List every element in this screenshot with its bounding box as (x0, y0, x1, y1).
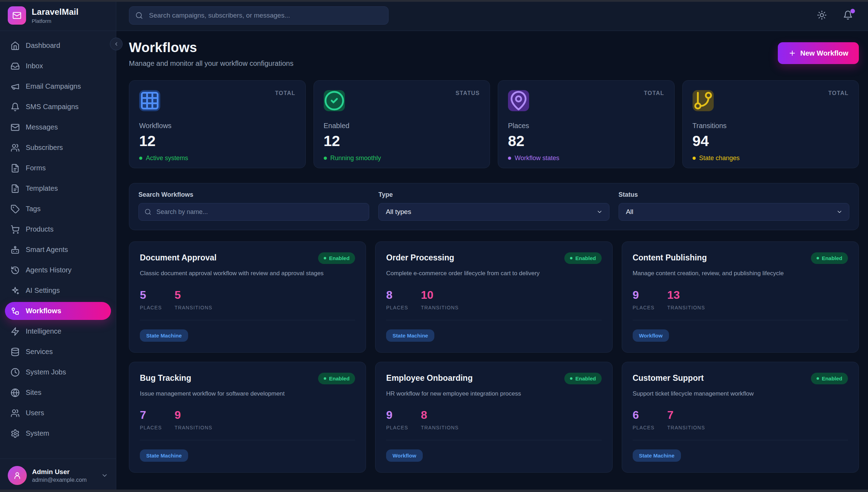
sidebar-item-users[interactable]: Users (5, 404, 111, 422)
page-header: Workflows Manage and monitor all your wo… (129, 40, 859, 68)
sidebar-item-products[interactable]: Products (5, 220, 111, 238)
sun-icon (817, 10, 827, 20)
sidebar-item-system[interactable]: System (5, 424, 111, 442)
user-menu[interactable]: Admin User admin@example.com (0, 459, 116, 492)
brand-logo (8, 6, 26, 25)
transitions-stat: 9TRANSITIONS (174, 409, 212, 430)
sidebar-item-workflows[interactable]: Workflows (5, 302, 111, 320)
globe-icon (11, 388, 20, 397)
workflow-search-input[interactable] (138, 203, 369, 221)
sidebar-item-ai-settings[interactable]: AI Settings (5, 282, 111, 299)
settings-icon (11, 429, 20, 438)
workflow-stats: 7PLACES9TRANSITIONS (140, 409, 355, 430)
sidebar-item-services[interactable]: Services (5, 343, 111, 361)
sidebar-item-tags[interactable]: Tags (5, 200, 111, 218)
places-label: PLACES (140, 425, 162, 430)
places-stat: 8PLACES (386, 289, 408, 310)
sidebar-item-intelligence[interactable]: Intelligence (5, 322, 111, 340)
mail-icon (11, 123, 20, 132)
workflow-title: Bug Tracking (140, 373, 191, 383)
workflow-card-employee-onboarding[interactable]: Employee OnboardingEnabledHR workflow fo… (375, 362, 612, 473)
sidebar-item-label: Smart Agents (26, 246, 68, 254)
workflow-card-header: Document ApprovalEnabled (140, 252, 355, 264)
workflow-card-header: Order ProcessingEnabled (386, 252, 601, 264)
chevron-left-icon (113, 41, 119, 47)
workflow-title: Document Approval (140, 252, 217, 263)
stat-value: 94 (693, 133, 849, 150)
gitBranch-icon (693, 90, 714, 111)
sidebar-item-forms[interactable]: Forms (5, 159, 111, 177)
workflow-icon (11, 307, 20, 316)
sidebar-collapse-button[interactable] (110, 38, 123, 50)
status-dot-icon (324, 157, 327, 160)
workflow-card-document-approval[interactable]: Document ApprovalEnabledClassic document… (129, 241, 366, 353)
main-area: Workflows Manage and monitor all your wo… (116, 0, 868, 492)
status-badge-label: Enabled (575, 376, 596, 381)
stat-card-enabled: STATUSEnabled12Running smoothly (314, 80, 490, 168)
places-label: PLACES (386, 305, 408, 310)
sidebar-item-messages[interactable]: Messages (5, 118, 111, 136)
workflow-card-header: Content PublishingEnabled (633, 252, 848, 264)
workflow-card-content-publishing[interactable]: Content PublishingEnabledManage content … (622, 241, 859, 353)
workflow-card-bug-tracking[interactable]: Bug TrackingEnabledIssue management work… (129, 362, 366, 473)
sidebar-item-label: Services (26, 348, 53, 356)
sidebar-item-sms-campaigns[interactable]: SMS Campaigns (5, 98, 111, 116)
brand-subtitle: Platform (32, 18, 79, 24)
file-icon (11, 184, 20, 193)
notifications-button[interactable] (843, 10, 853, 21)
sidebar-item-label: System Jobs (26, 368, 66, 376)
transitions-label: TRANSITIONS (667, 305, 705, 310)
transitions-stat: 7TRANSITIONS (667, 409, 705, 430)
status-badge: Enabled (811, 373, 848, 384)
status-dot-icon (817, 257, 819, 259)
sidebar-item-subscribers[interactable]: Subscribers (5, 139, 111, 157)
sidebar-item-label: Workflows (26, 307, 61, 315)
workflow-card-header: Employee OnboardingEnabled (386, 373, 601, 384)
megaphone-icon (11, 82, 20, 91)
sidebar-item-label: Forms (26, 164, 46, 172)
sidebar-item-dashboard[interactable]: Dashboard (5, 37, 111, 55)
sidebar-item-templates[interactable]: Templates (5, 179, 111, 197)
transitions-value: 5 (174, 289, 212, 302)
stat-status-text: State changes (699, 154, 740, 162)
global-search-input[interactable] (129, 6, 389, 25)
type-select[interactable]: All types (378, 203, 609, 221)
new-workflow-button[interactable]: New Workflow (778, 42, 859, 64)
stat-card-top: TOTAL (508, 90, 664, 111)
workflow-card-order-processing[interactable]: Order ProcessingEnabledComplete e-commer… (375, 241, 612, 353)
stat-status: Active systems (139, 154, 296, 162)
status-dot-icon (324, 377, 326, 380)
sidebar-item-label: Sites (26, 389, 41, 397)
stat-label: Enabled (324, 122, 480, 130)
bell-icon (11, 102, 20, 112)
workflow-card-header: Customer SupportEnabled (633, 373, 848, 384)
status-badge: Enabled (318, 373, 355, 384)
stat-status-text: Active systems (146, 154, 188, 162)
sidebar-item-smart-agents[interactable]: Smart Agents (5, 241, 111, 259)
status-badge: Enabled (564, 252, 601, 264)
sidebar-item-system-jobs[interactable]: System Jobs (5, 363, 111, 381)
topbar-actions (817, 10, 853, 21)
status-badge-label: Enabled (329, 255, 349, 261)
workflow-description: HR workflow for new employee integration… (386, 390, 601, 398)
status-select[interactable]: All (619, 203, 849, 221)
workflow-stats: 8PLACES10TRANSITIONS (386, 289, 601, 310)
transitions-value: 8 (421, 409, 459, 422)
search-icon (144, 208, 151, 215)
sidebar-item-inbox[interactable]: Inbox (5, 57, 111, 75)
status-badge-label: Enabled (822, 255, 842, 261)
stat-card-transitions: TOTALTransitions94State changes (682, 80, 859, 168)
places-value: 8 (386, 289, 408, 302)
page-subtitle: Manage and monitor all your workflow con… (129, 59, 293, 68)
sidebar: LaravelMail Platform DashboardInboxEmail… (0, 0, 116, 492)
sidebar-item-sites[interactable]: Sites (5, 384, 111, 402)
workflow-card-header: Bug TrackingEnabled (140, 373, 355, 384)
workflow-title: Order Processing (386, 252, 454, 263)
global-search (129, 6, 389, 25)
sidebar-item-agents-history[interactable]: Agents History (5, 261, 111, 279)
workflow-description: Issue management workflow for software d… (140, 390, 355, 398)
mapPin-icon (508, 90, 529, 111)
workflow-card-customer-support[interactable]: Customer SupportEnabledSupport ticket li… (622, 362, 859, 473)
sidebar-item-email-campaigns[interactable]: Email Campaigns (5, 77, 111, 95)
theme-toggle-button[interactable] (817, 10, 827, 21)
